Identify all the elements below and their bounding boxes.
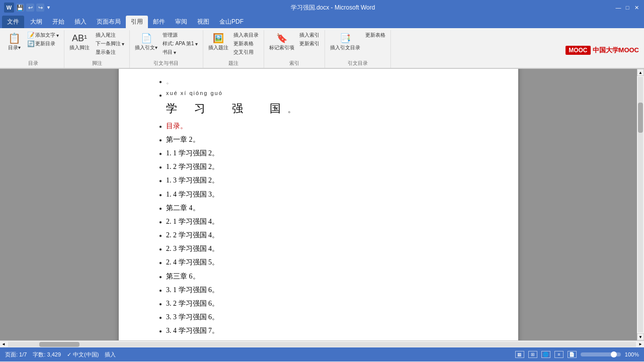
insert-citation-button[interactable]: 📄 插入引文▾ <box>133 31 159 52</box>
show-notes-button[interactable]: 显示备注 <box>94 48 126 56</box>
titlebar-controls: — □ ✕ <box>615 4 640 11</box>
bullet-1-2: ● <box>159 163 162 172</box>
input-mode[interactable]: 插入 <box>105 351 116 358</box>
citation-icon: 📄 <box>140 32 152 44</box>
toc-2-2: ● 2. 2 学习强国 4。 <box>159 229 478 241</box>
style-button[interactable]: 样式: APA 第1▾ <box>160 40 200 48</box>
zoom-slider[interactable] <box>581 352 621 356</box>
bullet-dot-ch2: ● <box>159 204 162 213</box>
cross-ref-label: 交叉引用 <box>233 49 254 56</box>
statusbar-right: ▦ ⊞ 🌐 ≡ 📄 100% <box>515 351 639 358</box>
ribbon-tabs: 文件 大纲 开始 插入 页面布局 引用 邮件 审阅 视图 金山PDF <box>0 15 644 28</box>
group-index: 🔖 标记索引项 插入索引 更新索引 索引 <box>264 30 325 68</box>
insert-citation-label: 插入引文▾ <box>135 44 157 51</box>
toc-1-1-text: 1. 1 学习强国 2。 <box>166 147 219 159</box>
group-citation-content: 📄 插入引文▾ 管理源 样式: APA 第1▾ 书目▾ <box>133 31 200 59</box>
insert-caption-button[interactable]: 🖼️ 插入题注 <box>206 31 230 52</box>
hscroll-thumb[interactable] <box>39 342 79 347</box>
bullet-1-4: ● <box>159 191 162 200</box>
outline-view-icon[interactable]: ≡ <box>554 351 564 358</box>
group-footnote-content: AB¹ 插入脚注 插入尾注 下一条脚注▾ 显示备注 <box>67 31 126 59</box>
scroll-down-arrow[interactable]: ▼ <box>637 333 644 340</box>
insert-footnote-button[interactable]: AB¹ 插入脚注 <box>67 31 92 52</box>
main-area: ● 。 ● xué xí qióng guó 学 习 强 国。 ● 目录。 <box>0 69 644 340</box>
manage-sources-button[interactable]: 管理源 <box>160 31 200 39</box>
redo-icon[interactable]: ↪ <box>36 4 44 12</box>
update-index-button[interactable]: 更新索引 <box>297 40 321 48</box>
group-toc-content: 📋 目录▾ 📝 添加文字▾ 🔄 更新目录 <box>5 31 61 59</box>
document-area[interactable]: ● 。 ● xué xí qióng guó 学 习 强 国。 ● 目录。 <box>0 69 637 340</box>
statusbar-left: 页面: 1/7 字数: 3,429 ✓ 中文(中国) 插入 <box>5 351 116 358</box>
print-view-icon[interactable]: ▦ <box>515 351 524 358</box>
titlebar-left: W 💾 ↩ ↪ ▼ <box>4 3 51 13</box>
quick-access-expand[interactable]: ▼ <box>46 5 51 10</box>
add-text-button[interactable]: 📝 添加文字▾ <box>25 31 61 39</box>
undo-icon[interactable]: ↩ <box>26 4 34 12</box>
mark-citation-button[interactable]: 📑 插入引文目录 <box>328 31 362 52</box>
mark-index-button[interactable]: 🔖 标记索引项 <box>267 31 296 52</box>
insert-footnote-label: 插入脚注 <box>69 44 90 51</box>
tab-view[interactable]: 视图 <box>192 16 214 28</box>
bullet-dot-toc: ● <box>159 122 162 131</box>
toc-button[interactable]: 📋 目录▾ <box>5 31 23 52</box>
insert-table-figures-label: 插入表目录 <box>233 32 259 39</box>
bullet-item-title: ● xué xí qióng guó 学 习 强 国。 <box>159 88 478 118</box>
update-toc-button[interactable]: 🔄 更新目录 <box>25 40 61 48</box>
group-toc-label: 目录 <box>28 60 38 68</box>
scroll-track[interactable] <box>638 77 643 332</box>
draft-view-icon[interactable]: 📄 <box>568 351 577 358</box>
bullet-3-1: ● <box>159 286 162 295</box>
tab-references[interactable]: 引用 <box>126 16 148 28</box>
minimize-button[interactable]: — <box>615 4 622 11</box>
footnote-icon: AB¹ <box>73 32 86 44</box>
doc-content: ● 。 ● xué xí qióng guó 学 习 强 国。 ● 目录。 <box>159 75 478 340</box>
page-info: 页面: 1/7 <box>5 351 27 358</box>
tab-outline[interactable]: 大纲 <box>25 16 47 28</box>
maximize-button[interactable]: □ <box>624 4 631 11</box>
tab-home[interactable]: 开始 <box>47 16 69 28</box>
insert-index-button[interactable]: 插入索引 <box>297 31 321 39</box>
tab-review[interactable]: 审阅 <box>170 16 192 28</box>
manage-sources-label: 管理源 <box>163 32 178 39</box>
bullet-item-toc: ● 目录。 <box>159 120 478 132</box>
toc-3-3: ● 3. 3 学习强国 6。 <box>159 311 478 323</box>
group-citation-toc: 📑 插入引文目录 更新表格 引文目录 <box>325 30 391 68</box>
vertical-scrollbar[interactable]: ▲ ▼ <box>637 69 644 340</box>
horizontal-scrollbar[interactable]: ◄ ► <box>0 340 644 347</box>
bibliography-button[interactable]: 书目▾ <box>160 48 200 56</box>
toc-2-4-text: 2. 4 学习强国 5。 <box>166 256 219 268</box>
insert-table-figures-button[interactable]: 插入表目录 <box>231 31 261 39</box>
update-table-button[interactable]: 更新表格 <box>231 40 261 48</box>
hscroll-right-arrow[interactable]: ► <box>637 341 644 348</box>
hscroll-left-arrow[interactable]: ◄ <box>0 341 7 348</box>
tab-mailings[interactable]: 邮件 <box>148 16 170 28</box>
group-citation: 📄 插入引文▾ 管理源 样式: APA 第1▾ 书目▾ 引文与书目 <box>130 30 203 68</box>
scroll-up-arrow[interactable]: ▲ <box>637 69 644 76</box>
read-view-icon[interactable]: ⊞ <box>528 351 537 358</box>
toc-1-3-text: 1. 3 学习强国 2。 <box>166 174 219 187</box>
toc-2-2-text: 2. 2 学习强国 4。 <box>166 229 219 241</box>
cross-ref-button[interactable]: 交叉引用 <box>231 48 261 56</box>
toc-1-2-text: 1. 2 学习强国 2。 <box>166 160 219 173</box>
next-footnote-button[interactable]: 下一条脚注▾ <box>94 40 126 48</box>
insert-endnote-button[interactable]: 插入尾注 <box>94 31 126 39</box>
close-button[interactable]: ✕ <box>633 4 640 11</box>
toc-2-3-text: 2. 3 学习强国 4。 <box>166 242 219 255</box>
scroll-thumb[interactable] <box>638 103 643 133</box>
web-view-icon[interactable]: 🌐 <box>541 351 550 358</box>
group-caption-label: 题注 <box>228 60 238 68</box>
mooc-logo: MOOC 中国大学MOOC <box>566 46 639 55</box>
tab-page-layout[interactable]: 页面布局 <box>92 16 126 28</box>
empty-text: 。 <box>166 75 173 87</box>
bullet-item-ch1: ● 第一章 2。 <box>159 133 478 146</box>
tab-jinshan[interactable]: 金山PDF <box>214 16 249 28</box>
hscroll-track[interactable] <box>8 342 636 347</box>
save-icon[interactable]: 💾 <box>16 4 24 12</box>
language-text: 中文(中国) <box>73 351 99 358</box>
tab-file[interactable]: 文件 <box>2 16 24 28</box>
bullet-dot-ch1: ● <box>159 136 162 145</box>
update-table2-button[interactable]: 更新表格 <box>363 31 387 39</box>
tab-insert[interactable]: 插入 <box>69 16 92 28</box>
chars-text: 学 习 强 国。 <box>166 99 302 119</box>
ribbon: 文件 大纲 开始 插入 页面布局 引用 邮件 审阅 视图 金山PDF 📋 目录▾ <box>0 15 644 69</box>
